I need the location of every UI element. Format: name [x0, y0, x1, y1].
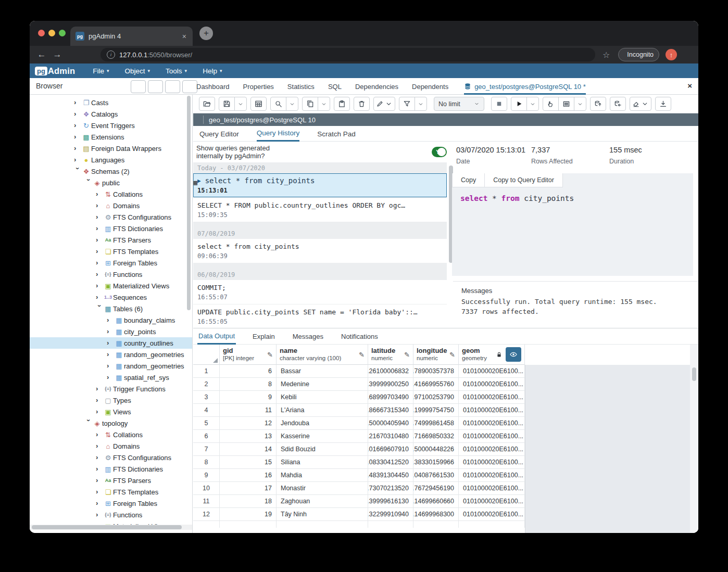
cell[interactable]: .68999703490: [368, 391, 413, 404]
row-number-cell[interactable]: 7: [193, 443, 220, 456]
tree-item-public[interactable]: ›◈public: [30, 177, 192, 188]
url-bar[interactable]: i 127.0.0.1:5050/browser/: [101, 48, 595, 61]
cell[interactable]: Mahdia: [277, 469, 368, 482]
chevron-icon[interactable]: ›: [107, 373, 114, 381]
cell[interactable]: Monastir: [277, 482, 368, 495]
row-number-cell[interactable]: [193, 521, 220, 528]
cell[interactable]: 0.41669955760: [413, 378, 459, 391]
cell[interactable]: 0101000020E6100...: [459, 508, 525, 521]
cell[interactable]: .32299910940: [368, 508, 413, 521]
cell[interactable]: 14: [220, 443, 277, 456]
minimize-window-button[interactable]: [48, 30, 55, 36]
row-number-cell[interactable]: 4: [193, 404, 220, 417]
tab-explain[interactable]: Explain: [252, 328, 276, 345]
save-button[interactable]: [219, 97, 235, 111]
tree-item-fts-templates[interactable]: ›❏FTS Templates: [30, 246, 192, 257]
tab-dashboard[interactable]: Dashboard: [196, 83, 230, 91]
chevron-icon[interactable]: ›: [96, 430, 103, 438]
view-geometry-button[interactable]: [506, 347, 521, 362]
tree-item-random-geometries[interactable]: ›▦random_geometries: [30, 360, 192, 372]
close-panel-icon[interactable]: ×: [687, 81, 692, 90]
cell[interactable]: 0101000020E6100...: [459, 456, 525, 469]
tree-item-city-points[interactable]: ›▦city_points: [30, 326, 192, 337]
chevron-icon[interactable]: ›: [85, 419, 93, 426]
commit-button[interactable]: [590, 97, 606, 111]
tree-item-materialized-views[interactable]: ›▣Materialized Views: [30, 280, 192, 291]
cell[interactable]: 0101000020E6100...: [459, 430, 525, 443]
row-number-cell[interactable]: 10: [193, 482, 220, 495]
column-header-name[interactable]: namecharacter varying (100)✎: [277, 345, 368, 365]
row-number-header[interactable]: [193, 345, 220, 365]
copy-to-query-editor-button[interactable]: Copy to Query Editor: [484, 173, 563, 187]
tab-scratch-pad[interactable]: Scratch Pad: [317, 126, 356, 142]
cell[interactable]: 8: [220, 378, 277, 391]
paste-button[interactable]: [334, 97, 350, 111]
cell[interactable]: 9.50000448226: [413, 443, 459, 456]
chevron-icon[interactable]: ›: [74, 156, 81, 163]
tree-item-spatial-ref-sys[interactable]: ›▦spatial_ref_sys: [30, 372, 192, 383]
cell[interactable]: .50000405940: [368, 417, 413, 430]
cell[interactable]: 0101000020E6100...: [459, 391, 525, 404]
home-button[interactable]: [81, 49, 96, 60]
tree-item-extensions[interactable]: ›▩Extensions: [30, 131, 192, 143]
menu-tools[interactable]: Tools▾: [166, 67, 187, 75]
copy-button[interactable]: [302, 97, 318, 111]
column-header-latitude[interactable]: latitudenumeric✎: [368, 345, 413, 365]
tree-item-fts-dictionaries[interactable]: ›▥FTS Dictionaries: [30, 223, 192, 234]
chevron-icon[interactable]: ›: [96, 442, 103, 450]
sidebar-vertical-scrollbar[interactable]: [187, 96, 191, 310]
cell[interactable]: 13: [220, 430, 277, 443]
tree-item-catalogs[interactable]: ›❖Catalogs: [30, 108, 192, 120]
tree-item-tables-6[interactable]: ›▦Tables (6): [30, 303, 192, 314]
cell[interactable]: Sdid Bouzid: [277, 443, 368, 456]
tab-dependents[interactable]: Dependents: [412, 83, 448, 91]
explain-button[interactable]: [543, 97, 559, 111]
browser-update-avatar[interactable]: ↑: [666, 49, 677, 60]
row-number-cell[interactable]: 3: [193, 391, 220, 404]
new-tab-button[interactable]: +: [199, 27, 213, 40]
chevron-icon[interactable]: ›: [107, 362, 114, 370]
tree-item-schemas-2[interactable]: ›❖Schemas (2): [30, 166, 192, 177]
cell[interactable]: 8.71669850332: [413, 430, 459, 443]
tree-item-event-triggers[interactable]: ›↻Event Triggers: [30, 120, 192, 131]
tab-notifications[interactable]: Notifications: [340, 328, 379, 345]
output-scrollbar[interactable]: [690, 345, 698, 533]
cell[interactable]: .21670310480: [368, 430, 413, 443]
cell[interactable]: 0101000020E6100...: [459, 404, 525, 417]
chevron-icon[interactable]: ›: [96, 224, 103, 232]
chevron-icon[interactable]: ›: [96, 488, 103, 495]
open-file-button[interactable]: [199, 97, 215, 111]
cell[interactable]: 12: [220, 417, 277, 430]
edit-pencil-icon[interactable]: ✎: [267, 351, 273, 359]
tab-messages[interactable]: Messages: [292, 328, 324, 345]
tab-sql[interactable]: SQL: [328, 83, 342, 91]
explain-analyze-button[interactable]: [558, 97, 574, 111]
edit-button[interactable]: [373, 97, 395, 111]
back-button[interactable]: ←: [34, 49, 49, 60]
save-options-button[interactable]: [234, 97, 247, 111]
filter-button[interactable]: [399, 97, 415, 111]
cell[interactable]: Kasserine: [277, 430, 368, 443]
edit-pencil-icon[interactable]: ✎: [404, 351, 410, 359]
tree-item-functions[interactable]: ›{≡}Functions: [30, 509, 192, 520]
chevron-icon[interactable]: ›: [107, 350, 114, 358]
menu-object[interactable]: Object▾: [125, 67, 150, 75]
column-header-longitude[interactable]: longitudenumeric✎: [413, 345, 459, 365]
cell[interactable]: 0.78900357378: [413, 365, 459, 378]
history-entry[interactable]: ▦SELECT * FROM public.country_outlines O…: [193, 198, 447, 222]
cell[interactable]: Zaghouan: [277, 495, 368, 508]
tab-query-history[interactable]: Query History: [257, 126, 300, 142]
tree-item-random-geometries[interactable]: ›▦random_geometries: [30, 349, 192, 360]
tree-item-foreign-tables[interactable]: ›⊞Foreign Tables: [30, 498, 192, 509]
chevron-icon[interactable]: ›: [96, 201, 103, 209]
chevron-icon[interactable]: ›: [96, 465, 103, 473]
cell[interactable]: 19: [220, 508, 277, 521]
tree-item-domains[interactable]: ›⌂Domains: [30, 200, 192, 211]
tree-item-topology[interactable]: ›◈topology: [30, 417, 192, 429]
chevron-icon[interactable]: ›: [96, 190, 103, 198]
cell[interactable]: [459, 521, 525, 528]
copy-options-button[interactable]: [318, 97, 330, 111]
cell[interactable]: 0101000020E6100...: [459, 417, 525, 430]
explain-options-button[interactable]: [574, 97, 586, 111]
cell[interactable]: L'Ariana: [277, 404, 368, 417]
